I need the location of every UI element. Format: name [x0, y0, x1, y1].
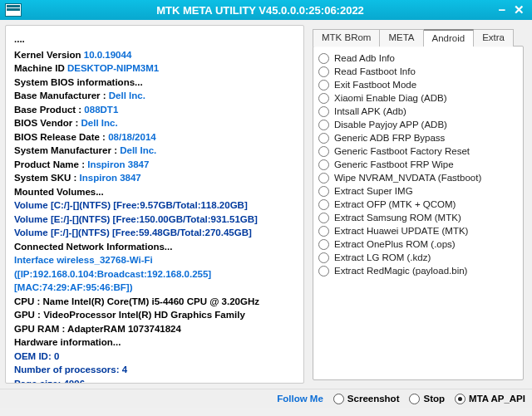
action-option[interactable]: Xiaomi Enable Diag (ADB)	[317, 91, 520, 105]
info-label: BIOS Vendor :	[14, 118, 81, 128]
tab-pane-android: Read Adb InfoRead Fastboot InfoExit Fast…	[313, 46, 524, 380]
info-value: 10.0.19044	[84, 50, 132, 60]
action-label: Intsall APK (Adb)	[334, 106, 406, 116]
action-label: Extract Huawei UPDATE (MTK)	[334, 226, 468, 236]
radio-icon	[318, 106, 329, 117]
stop-label: Stop	[423, 394, 445, 404]
tab-strip: MTK BRomMETAAndroidExtra	[313, 28, 524, 46]
action-label: Read Adb Info	[334, 53, 395, 63]
system-info-panel: .... Kernel Version 10.0.19044Machine ID…	[5, 25, 304, 384]
minimize-button[interactable]: −	[494, 2, 510, 18]
info-value: Dell Inc.	[120, 145, 156, 155]
info-label: Product Name :	[14, 159, 87, 169]
radio-icon	[318, 252, 329, 263]
info-row: Machine ID DESKTOP-NIPM3M1	[14, 61, 295, 76]
action-option[interactable]: Wipe NVRAM_NVDATA (Fastboot)	[317, 171, 520, 184]
radio-icon	[318, 80, 329, 91]
info-row: Kernel Version 10.0.19044	[14, 48, 295, 62]
radio-icon	[318, 266, 329, 277]
action-label: Extract Samsung ROM (MTK)	[334, 213, 461, 223]
action-label: Xiaomi Enable Diag (ADB)	[334, 93, 447, 103]
info-row: Mounted Volumes...	[14, 185, 295, 199]
info-value: DESKTOP-NIPM3M1	[67, 63, 159, 73]
footer: Follow Me Screenshot Stop MTA AP_API	[0, 389, 532, 408]
info-row: BIOS Vendor : Dell Inc.	[14, 116, 295, 130]
action-option[interactable]: Extract LG ROM (.kdz)	[317, 251, 520, 264]
info-value: Inspiron 3847	[87, 159, 149, 169]
info-value: Number of processors: 4	[14, 365, 127, 374]
info-value: Name Intel(R) Core(TM) i5-4460 CPU @ 3.2…	[43, 296, 259, 306]
action-label: Read Fastboot Info	[334, 66, 416, 76]
info-label: CPU :	[14, 296, 43, 306]
radio-icon	[318, 133, 329, 144]
info-value: Inspiron 3847	[80, 173, 141, 183]
action-option[interactable]: Read Adb Info	[317, 51, 520, 65]
info-row: Page size: 4096	[14, 377, 295, 384]
radio-icon	[318, 120, 329, 130]
info-row: CPU : Name Intel(R) Core(TM) i5-4460 CPU…	[14, 295, 295, 309]
info-label: Base Manufacturer :	[14, 91, 109, 100]
action-label: Disable Payjoy APP (ADB)	[334, 120, 447, 130]
info-row: Product Name : Inspiron 3847	[14, 158, 295, 172]
info-label: Machine ID	[14, 63, 67, 73]
info-value: Dell Inc.	[81, 118, 118, 128]
info-row: BIOS Release Date : 08/18/2014	[14, 130, 295, 144]
tab-mtk-brom[interactable]: MTK BRom	[313, 29, 380, 46]
info-label: Base Product :	[14, 105, 84, 115]
action-label: Extract RedMagic (payload.bin)	[334, 266, 467, 276]
tab-meta[interactable]: META	[380, 29, 423, 46]
action-option[interactable]: Extract RedMagic (payload.bin)	[317, 264, 520, 277]
action-option[interactable]: Extract Samsung ROM (MTK)	[317, 211, 520, 224]
api-option[interactable]: MTA AP_API	[455, 394, 525, 404]
radio-icon	[318, 159, 329, 170]
titlebar: MTK META UTILITY V45.0.0.0:25:06:2022 − …	[0, 0, 532, 20]
info-value: Dell Inc.	[109, 91, 145, 100]
action-option[interactable]: Generic Fastboot Factory Reset	[317, 144, 520, 158]
action-option[interactable]: Exit Fastboot Mode	[317, 78, 520, 91]
radio-icon	[318, 93, 329, 104]
info-value: VideoProcessor Intel(R) HD Graphics Fami…	[43, 310, 245, 320]
action-option[interactable]: Disable Payjoy APP (ADB)	[317, 118, 520, 131]
info-label: BIOS Release Date :	[14, 132, 108, 142]
action-option[interactable]: Generic Fastboot FRP Wipe	[317, 158, 520, 171]
info-value: 08/18/2014	[108, 132, 156, 142]
info-value: Interface wireless_32768-Wi-Fi ([IP:192.…	[14, 255, 211, 292]
tab-android[interactable]: Android	[424, 29, 475, 46]
action-label: Extract LG ROM (.kdz)	[334, 252, 431, 262]
info-value: OEM ID: 0	[14, 351, 59, 361]
radio-icon	[318, 226, 329, 237]
section-heading: Hardware information...	[14, 337, 121, 347]
stop-option[interactable]: Stop	[409, 394, 445, 404]
close-button[interactable]: ✕	[510, 2, 527, 18]
action-label: Exit Fastboot Mode	[334, 80, 416, 90]
tab-extra[interactable]: Extra	[474, 29, 514, 46]
action-option[interactable]: Extract OFP (MTK + QCOM)	[317, 198, 520, 211]
action-label: Extract Super IMG	[334, 186, 413, 196]
info-row: Base Product : 088DT1	[14, 103, 295, 117]
follow-me-link[interactable]: Follow Me	[277, 394, 323, 404]
info-value: Page size: 4096	[14, 379, 85, 384]
actions-panel: MTK BRomMETAAndroidExtra Read Adb InfoRe…	[309, 25, 527, 384]
screenshot-option[interactable]: Screenshot	[333, 394, 400, 404]
info-label: Kernel Version	[14, 50, 84, 60]
info-row: Volume [E:/]-[](NTFS) [Free:150.00GB/Tot…	[14, 213, 295, 227]
action-option[interactable]: Generic ADB FRP Bypass	[317, 131, 520, 144]
action-option[interactable]: Extract Huawei UPDATE (MTK)	[317, 224, 520, 237]
info-row: Volume [F:/]-[](NTFS) [Free:59.48GB/Tota…	[14, 226, 295, 240]
section-heading: Mounted Volumes...	[14, 187, 104, 197]
info-row: System BIOS informations...	[14, 76, 295, 90]
info-label: System Manufacturer :	[14, 145, 120, 155]
action-option[interactable]: Extract Super IMG	[317, 184, 520, 198]
info-row: OEM ID: 0	[14, 350, 295, 364]
info-row: Base Manufacturer : Dell Inc.	[14, 89, 295, 103]
info-value: Volume [E:/]-[](NTFS) [Free:150.00GB/Tot…	[14, 214, 258, 224]
content-area: .... Kernel Version 10.0.19044Machine ID…	[0, 20, 532, 389]
action-option[interactable]: Intsall APK (Adb)	[317, 105, 520, 118]
screenshot-label: Screenshot	[347, 394, 400, 404]
info-label: System SKU :	[14, 173, 80, 183]
action-label: Wipe NVRAM_NVDATA (Fastboot)	[334, 173, 481, 183]
action-option[interactable]: Extract OnePlus ROM (.ops)	[317, 237, 520, 251]
section-heading: System BIOS informations...	[14, 77, 143, 87]
action-option[interactable]: Read Fastboot Info	[317, 65, 520, 78]
action-label: Extract OFP (MTK + QCOM)	[334, 199, 456, 209]
